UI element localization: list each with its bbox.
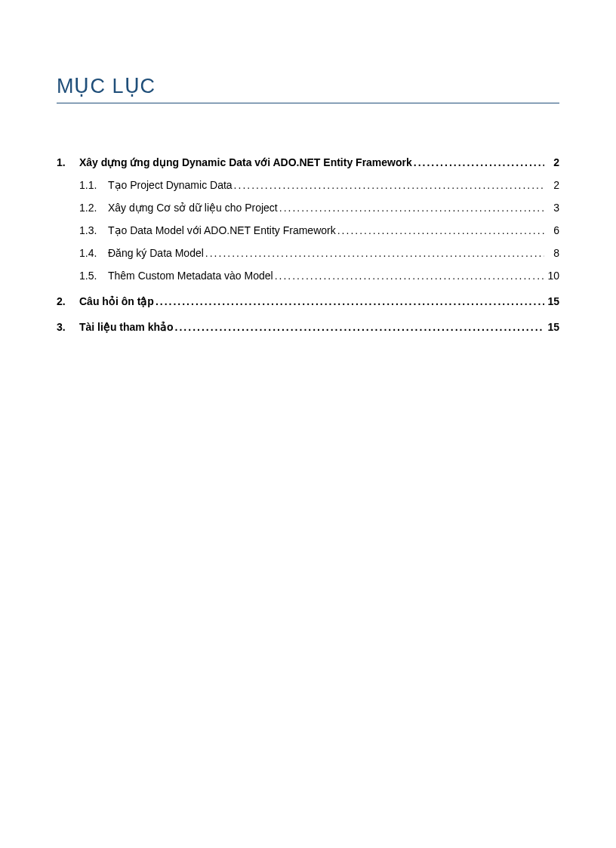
page-title: MỤC LỤC [57, 74, 559, 103]
toc-page-number: 15 [544, 321, 559, 333]
toc-page-number: 8 [544, 247, 559, 259]
toc-leader: ........................................… [174, 321, 544, 333]
toc-page-number: 10 [544, 270, 559, 282]
toc-entry: 1.4. Đăng ký Data Model ................… [57, 247, 559, 259]
toc-page-number: 2 [544, 156, 559, 168]
toc-list: 1. Xây dựng ứng dụng Dynamic Data với AD… [57, 156, 559, 333]
toc-text: Xây dựng Cơ sở dữ liệu cho Project [108, 202, 278, 214]
toc-page-number: 3 [544, 202, 559, 214]
toc-number: 1.2. [79, 202, 108, 214]
toc-leader: ........................................… [273, 270, 544, 282]
toc-text: Tài liệu tham khảo [79, 321, 174, 333]
toc-entry: 1.3. Tạo Data Model với ADO.NET Entity F… [57, 224, 559, 236]
toc-number: 3. [57, 321, 79, 333]
toc-leader: ........................................… [278, 202, 544, 214]
toc-text: Xây dựng ứng dụng Dynamic Data với ADO.N… [79, 156, 412, 168]
toc-leader: ........................................… [412, 156, 544, 168]
toc-leader: ........................................… [233, 179, 544, 191]
toc-text: Tạo Project Dynamic Data [108, 179, 233, 191]
toc-leader: ........................................… [336, 224, 544, 236]
toc-text: Tạo Data Model với ADO.NET Entity Framew… [108, 224, 336, 236]
toc-number: 2. [57, 295, 79, 307]
toc-number: 1.4. [79, 247, 108, 259]
toc-number: 1.5. [79, 270, 108, 282]
toc-entry: 2. Câu hỏi ôn tập ......................… [57, 295, 559, 307]
toc-entry: 1. Xây dựng ứng dụng Dynamic Data với AD… [57, 156, 559, 168]
toc-number: 1. [57, 156, 79, 168]
toc-text: Đăng ký Data Model [108, 247, 204, 259]
toc-entry: 1.2. Xây dựng Cơ sở dữ liệu cho Project … [57, 202, 559, 214]
toc-page-number: 15 [544, 295, 559, 307]
toc-number: 1.1. [79, 179, 108, 191]
toc-page-number: 6 [544, 224, 559, 236]
toc-leader: ........................................… [204, 247, 544, 259]
toc-text: Câu hỏi ôn tập [79, 295, 154, 307]
toc-entry: 3. Tài liệu tham khảo ..................… [57, 321, 559, 333]
toc-entry: 1.1. Tạo Project Dynamic Data ..........… [57, 179, 559, 191]
toc-entry: 1.5. Thêm Custom Metadata vào Model ....… [57, 270, 559, 282]
toc-leader: ........................................… [154, 295, 544, 307]
toc-page-number: 2 [544, 179, 559, 191]
toc-text: Thêm Custom Metadata vào Model [108, 270, 273, 282]
toc-number: 1.3. [79, 224, 108, 236]
